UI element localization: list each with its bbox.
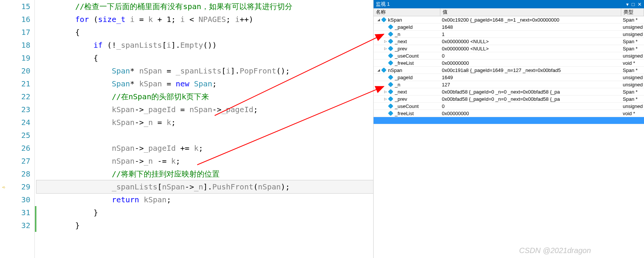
watch-col-name[interactable]: 名称 xyxy=(374,8,440,16)
variable-icon xyxy=(388,82,393,87)
watch-var-type: Span * xyxy=(621,39,644,44)
watch-row[interactable]: ◢nSpan0x00c191a8 {_pageId=1649 _n=127 _n… xyxy=(374,67,644,74)
line-number: 23 xyxy=(11,103,30,116)
variable-icon xyxy=(382,17,386,22)
expand-icon[interactable]: ▷ xyxy=(383,39,388,44)
code-line[interactable]: _spanLists[nSpan->_n].PushFront(nSpan); xyxy=(36,180,373,193)
watch-col-value[interactable]: 值 xyxy=(440,8,621,16)
code-line[interactable]: Span* nSpan = _spanLists[i].PopFront(); xyxy=(36,64,373,77)
watch-var-type: Span * xyxy=(621,17,644,23)
line-number: 22 xyxy=(11,90,30,103)
watch-row[interactable]: ▷_freeList0x00000000void * xyxy=(374,110,644,117)
watch-panel: 监视 1 ▾ □ ✕ 名称 值 类型 ◢kSpan0x00c19200 {_pa… xyxy=(374,0,644,258)
line-number: 27 xyxy=(11,155,30,167)
collapse-icon[interactable]: ◢ xyxy=(377,18,381,22)
code-line[interactable]: //将剩下的挂到对应映射的位置 xyxy=(36,167,373,180)
watch-var-value: 127 xyxy=(440,82,621,88)
watch-row[interactable]: ▷_pageId1649unsigned xyxy=(374,74,644,81)
code-line[interactable]: if (!_spanLists[i].Empty()) xyxy=(36,39,373,52)
collapse-icon[interactable]: ◢ xyxy=(377,68,381,72)
watch-row[interactable]: ▷_next0x00bfad58 {_pageId=0 _n=0 _next=0… xyxy=(374,88,644,95)
watch-rows-container: ◢kSpan0x00c19200 {_pageId=1648 _n=1 _nex… xyxy=(374,16,644,258)
watermark-text: CSDN @2021dragon xyxy=(519,246,591,255)
watch-col-type[interactable]: 类型 xyxy=(621,8,644,16)
watch-title-label: 监视 1 xyxy=(376,1,625,8)
watch-var-value: 0x00c191a8 {_pageId=1649 _n=127 _next=0x… xyxy=(440,67,621,73)
code-line[interactable]: { xyxy=(36,52,373,64)
dropdown-icon[interactable]: ▾ xyxy=(626,2,629,7)
maximize-icon[interactable]: □ xyxy=(632,2,635,7)
close-icon[interactable]: ✕ xyxy=(638,2,642,7)
watch-var-value: 0x00000000 xyxy=(440,60,621,66)
ide-window: ➪ 151617181920212223242526272829303132 /… xyxy=(0,0,644,258)
watch-var-type: unsigned xyxy=(621,24,644,30)
line-number: 21 xyxy=(11,77,30,90)
code-line[interactable]: Span* kSpan = new Span; xyxy=(36,77,373,90)
variable-icon xyxy=(388,111,393,116)
watch-row[interactable]: ▷_useCount0unsigned xyxy=(374,52,644,59)
expand-icon[interactable]: ▷ xyxy=(383,90,388,94)
variable-icon xyxy=(388,53,393,58)
line-number: 20 xyxy=(11,64,30,77)
code-line[interactable]: { xyxy=(36,26,373,39)
variable-icon xyxy=(382,68,386,73)
breakpoint-margin[interactable]: ➪ xyxy=(0,0,11,258)
watch-var-name: kSpan xyxy=(388,17,402,23)
watch-title-buttons: ▾ □ ✕ xyxy=(625,2,642,7)
code-line[interactable]: kSpan->_n = k; xyxy=(36,116,373,129)
code-line[interactable]: kSpan->_pageId = nSpan->_pageId; xyxy=(36,103,373,116)
expand-icon[interactable]: ▷ xyxy=(383,97,388,101)
code-line[interactable]: return kSpan; xyxy=(36,193,373,206)
watch-row[interactable]: ▷_useCount0unsigned xyxy=(374,103,644,110)
watch-row[interactable]: ▷_freeList0x00000000void * xyxy=(374,59,644,67)
variable-icon xyxy=(388,39,393,44)
watch-row[interactable]: ▷_pageId1648unsigned xyxy=(374,23,644,31)
code-line[interactable]: //检查一下后面的桶里面有没有span，如果有可以将其进行切分 xyxy=(36,0,373,13)
watch-var-type: unsigned xyxy=(621,53,644,59)
change-indicator xyxy=(35,206,36,232)
watch-var-value: 0 xyxy=(440,53,621,59)
line-number: 29 xyxy=(11,180,30,193)
code-line[interactable]: for (size_t i = k + 1; i < NPAGES; i++) xyxy=(36,13,373,26)
watch-var-name: _n xyxy=(395,31,400,37)
watch-row[interactable]: ▷_n127unsigned xyxy=(374,81,644,88)
watch-var-type: unsigned xyxy=(621,75,644,80)
watch-row[interactable]: ▷_n1unsigned xyxy=(374,31,644,38)
watch-var-value: 0x00000000 <NULL> xyxy=(440,46,621,52)
watch-row[interactable]: ▷_next0x00000000 <NULL>Span * xyxy=(374,38,644,45)
watch-var-name: _freeList xyxy=(395,60,414,66)
code-text-area[interactable]: //检查一下后面的桶里面有没有span，如果有可以将其进行切分 for (siz… xyxy=(35,0,373,258)
watch-var-type: void * xyxy=(621,111,644,116)
line-number: 31 xyxy=(11,206,30,219)
variable-icon xyxy=(388,46,393,51)
code-line[interactable]: nSpan->_n -= k; xyxy=(36,155,373,167)
code-line[interactable] xyxy=(36,129,373,142)
watch-row[interactable]: ▷_prev0x00000000 <NULL>Span * xyxy=(374,45,644,52)
watch-var-value: 0 xyxy=(440,103,621,109)
watch-var-value: 0x00bfad58 {_pageId=0 _n=0 _next=0x00bfa… xyxy=(440,89,621,95)
watch-var-value: 1648 xyxy=(440,24,621,30)
code-editor-pane: ➪ 151617181920212223242526272829303132 /… xyxy=(0,0,374,258)
watch-var-name: nSpan xyxy=(388,67,402,73)
code-line[interactable]: } xyxy=(36,206,373,219)
watch-title-bar[interactable]: 监视 1 ▾ □ ✕ xyxy=(374,0,644,8)
code-line[interactable]: //在nSpan的头部切k页下来 xyxy=(36,90,373,103)
variable-icon xyxy=(388,75,393,80)
watch-row[interactable]: ▷_prev0x00bfad58 {_pageId=0 _n=0 _next=0… xyxy=(374,95,644,103)
watch-var-name: _next xyxy=(395,39,407,44)
expand-icon[interactable]: ▷ xyxy=(383,47,388,51)
line-number-gutter: 151617181920212223242526272829303132 xyxy=(11,0,35,258)
watch-var-type: Span * xyxy=(621,96,644,102)
code-line[interactable]: } xyxy=(36,219,373,232)
watch-var-name: _pageId xyxy=(395,24,413,30)
watch-row[interactable]: ◢kSpan0x00c19200 {_pageId=1648 _n=1 _nex… xyxy=(374,16,644,23)
line-number: 28 xyxy=(11,167,30,180)
watch-var-value: 0x00c19200 {_pageId=1648 _n=1 _next=0x00… xyxy=(440,17,621,23)
line-number: 18 xyxy=(11,39,30,52)
line-number: 26 xyxy=(11,142,30,155)
watch-var-name: _freeList xyxy=(395,111,414,116)
code-line[interactable]: nSpan->_pageId += k; xyxy=(36,142,373,155)
variable-icon xyxy=(388,61,393,66)
watch-row-empty[interactable] xyxy=(374,117,644,124)
watch-var-name: _n xyxy=(395,82,400,88)
